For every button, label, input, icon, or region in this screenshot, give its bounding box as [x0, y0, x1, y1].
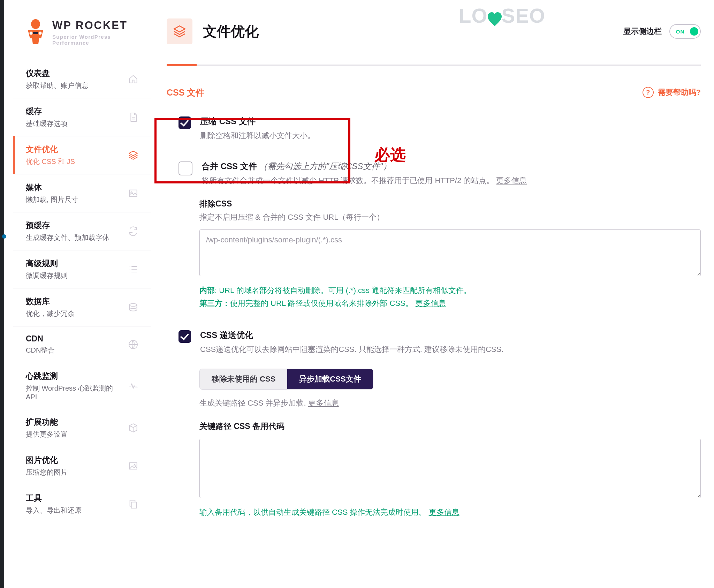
setting-requirement: （需先勾选上方的"压缩CSS文件"）: [259, 161, 391, 171]
sidebar: WP ROCKET Superior WordPress Performance…: [13, 5, 151, 584]
menu-item-title: 高级规则: [26, 258, 120, 269]
sidebar-toggle[interactable]: ON: [669, 24, 701, 39]
sidebar-menu: 仪表盘获取帮助、账户信息缓存基础缓存选项文件优化优化 CSS 和 JS媒体懒加载…: [13, 60, 151, 523]
layers-icon: [172, 24, 187, 39]
section-title: CSS 文件: [167, 87, 204, 98]
css-delivery-controls: 移除未使用的 CSS 异步加载CSS文件 生成关键路径 CSS 并异步加载. 更…: [178, 355, 701, 519]
refresh-icon: [126, 225, 141, 238]
setting-desc: 将所有文件合并成一个文件以减少 HTTP 请求数。不推荐用于已使用 HTTP/2…: [202, 175, 527, 186]
more-info-link[interactable]: 更多信息: [308, 399, 339, 407]
menu-item-desc: 优化 CSS 和 JS: [26, 157, 120, 166]
toggle-state-text: ON: [672, 29, 689, 35]
menu-item-desc: CDN整合: [26, 346, 120, 355]
sidebar-item-globe[interactable]: CDNCDN整合: [13, 326, 151, 363]
svg-point-2: [39, 32, 42, 35]
brand-subtitle: Superior WordPress Performance: [52, 34, 138, 46]
active-tab-indicator: [167, 64, 197, 66]
fallback-css-label: 关键路径 CSS 备用代码: [199, 421, 701, 432]
checkbox-minify-css[interactable]: [178, 116, 191, 129]
seg-remove-unused-css[interactable]: 移除未使用的 CSS: [200, 369, 287, 389]
app-root: WP ROCKET Superior WordPress Performance…: [0, 0, 714, 588]
help-link[interactable]: ? 需要帮助吗?: [643, 87, 701, 98]
menu-item-desc: 获取帮助、账户信息: [26, 81, 120, 90]
more-info-link[interactable]: 更多信息: [415, 299, 446, 308]
header-toggle-group: 显示侧边栏 ON: [623, 24, 701, 39]
setting-desc: CSS递送优化可以去除网站中阻塞渲染的CSS. 只能选择一种方式. 建议移除未使…: [200, 344, 503, 355]
svg-rect-3: [33, 32, 38, 34]
exclude-css-textarea[interactable]: [199, 229, 701, 276]
menu-item-title: 缓存: [26, 106, 120, 117]
menu-item-desc: 基础缓存选项: [26, 119, 120, 128]
heartbeat-icon: [126, 379, 141, 393]
fallback-note: 输入备用代码，以供自动生成关键路径 CSS 操作无法完成时使用。 更多信息: [199, 506, 701, 519]
sidebar-item-refresh[interactable]: 预缓存生成缓存文件、预加载字体: [13, 212, 151, 250]
setting-desc: 删除空格和注释以减小文件大小。: [200, 130, 315, 141]
toggle-label: 显示侧边栏: [623, 26, 662, 37]
more-info-link[interactable]: 更多信息: [429, 508, 459, 517]
image-icon: [126, 187, 141, 200]
sidebar-item-database[interactable]: 数据库优化，减少冗余: [13, 288, 151, 326]
menu-item-title: 文件优化: [26, 144, 120, 155]
menu-item-title: 图片优化: [26, 455, 120, 466]
checkbox-combine-css[interactable]: [178, 161, 192, 175]
setting-text: CSS 递送优化 CSS递送优化可以去除网站中阻塞渲染的CSS. 只能选择一种方…: [200, 330, 503, 355]
menu-item-desc: 提供更多设置: [26, 430, 120, 439]
exclude-css-hint: 指定不启用压缩 & 合并的 CSS 文件 URL（每行一个）: [199, 212, 701, 223]
menu-item-desc: 生成缓存文件、预加载字体: [26, 233, 120, 242]
menu-item-desc: 微调缓存规则: [26, 271, 120, 280]
menu-item-desc: 压缩您的图片: [26, 468, 120, 477]
setting-combine-css: 合并 CSS 文件 （需先勾选上方的"压缩CSS文件"） 将所有文件合并成一个文…: [167, 150, 701, 319]
setting-optimize-css-delivery: CSS 递送优化 CSS递送优化可以去除网站中阻塞渲染的CSS. 只能选择一种方…: [167, 319, 701, 528]
svg-point-1: [30, 32, 33, 35]
setting-title: 合并 CSS 文件 （需先勾选上方的"压缩CSS文件"）: [202, 161, 527, 172]
photo-icon: [126, 459, 141, 473]
toggle-knob: [690, 27, 698, 36]
home-icon: [126, 73, 141, 86]
main-panel: LO SEO 文件优化 显示侧边栏 ON CSS 文件 ?: [158, 5, 714, 588]
section-head: CSS 文件 ? 需要帮助吗?: [167, 87, 701, 98]
menu-item-title: 数据库: [26, 296, 120, 307]
help-icon: ?: [643, 87, 654, 98]
setting-title: CSS 递送优化: [200, 330, 503, 341]
menu-item-title: CDN: [26, 334, 120, 344]
sidebar-item-list[interactable]: 高级规则微调缓存规则: [13, 250, 151, 288]
sidebar-item-cube[interactable]: 扩展功能提供更多设置: [13, 409, 151, 447]
checkbox-optimize-css-delivery[interactable]: [178, 330, 191, 343]
globe-icon: [126, 338, 141, 351]
sidebar-item-photo[interactable]: 图片优化压缩您的图片: [13, 447, 151, 485]
more-info-link[interactable]: 更多信息: [496, 176, 527, 185]
layers-icon: [126, 149, 141, 162]
cube-icon: [126, 421, 141, 435]
brand-title: WP ROCKET: [52, 19, 138, 32]
help-text: 需要帮助吗?: [658, 87, 701, 98]
menu-item-title: 扩展功能: [26, 417, 120, 428]
seg-async-css[interactable]: 异步加载CSS文件: [287, 369, 373, 389]
menu-item-desc: 优化，减少冗余: [26, 309, 120, 318]
database-icon: [126, 301, 141, 314]
page-header-icon-tile: [167, 18, 192, 44]
sidebar-item-file[interactable]: 缓存基础缓存选项: [13, 98, 151, 136]
menu-item-title: 预缓存: [26, 220, 120, 231]
sidebar-item-layers[interactable]: 文件优化优化 CSS 和 JS: [13, 136, 151, 174]
sidebar-item-image[interactable]: 媒体懒加载, 图片尺寸: [13, 174, 151, 212]
setting-text: 合并 CSS 文件 （需先勾选上方的"压缩CSS文件"） 将所有文件合并成一个文…: [202, 161, 527, 186]
css-section: CSS 文件 ? 需要帮助吗? 压缩 CSS 文件 删除空格和注释以减小文件大小…: [167, 87, 701, 528]
delivery-note: 生成关键路径 CSS 并异步加载. 更多信息: [199, 398, 701, 408]
setting-title: 压缩 CSS 文件: [200, 116, 315, 127]
sidebar-item-copy[interactable]: 工具导入、导出和还原: [13, 485, 151, 523]
menu-item-title: 媒体: [26, 182, 120, 193]
sidebar-item-home[interactable]: 仪表盘获取帮助、账户信息: [13, 60, 151, 98]
sidebar-item-heartbeat[interactable]: 心跳监测控制 WordPress 心跳监测的 API: [13, 363, 151, 409]
brand-text: WP ROCKET Superior WordPress Performance: [52, 19, 138, 46]
fallback-css-textarea[interactable]: [199, 439, 701, 498]
css-delivery-mode-toggle: 移除未使用的 CSS 异步加载CSS文件: [199, 369, 373, 390]
setting-text: 压缩 CSS 文件 删除空格和注释以减小文件大小。: [200, 116, 315, 141]
settings-list: 压缩 CSS 文件 删除空格和注释以减小文件大小。 合并 CSS 文件 （需先勾…: [167, 105, 701, 528]
menu-item-title: 心跳监测: [26, 371, 120, 382]
page-header: 文件优化 显示侧边栏 ON: [167, 13, 701, 66]
menu-item-desc: 懒加载, 图片尺寸: [26, 195, 120, 204]
exclude-css-label: 排除CSS: [199, 198, 701, 209]
wp-notification-dot: [2, 234, 6, 239]
brand: WP ROCKET Superior WordPress Performance: [13, 5, 151, 60]
wp-admin-bar: [0, 0, 4, 588]
